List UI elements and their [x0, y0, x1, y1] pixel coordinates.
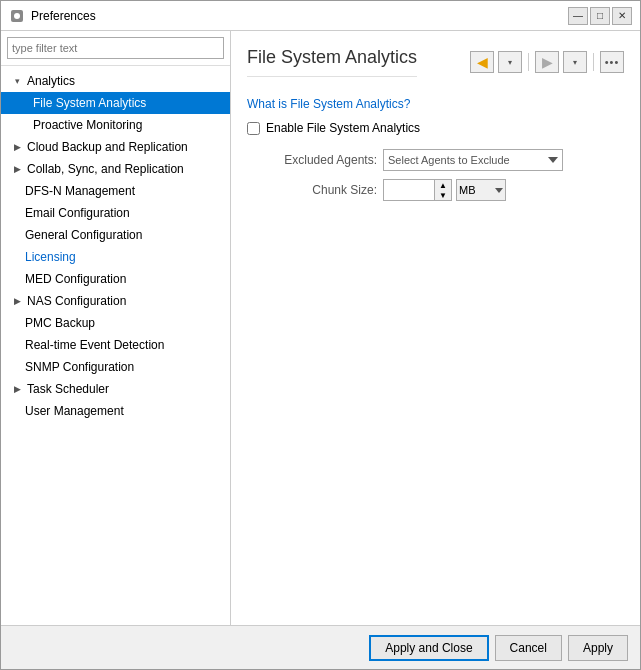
sidebar-item-email-label: Email Configuration: [25, 206, 130, 220]
toolbar-sep: [528, 53, 529, 71]
more-icon: •••: [605, 56, 620, 68]
forward-icon: ▶: [542, 54, 553, 70]
spinner-down-button[interactable]: ▼: [435, 190, 451, 200]
sidebar-item-user-management[interactable]: User Management: [1, 400, 230, 422]
tree-container: ▾ Analytics File System Analytics Proact…: [1, 66, 230, 625]
window-controls: — □ ✕: [568, 7, 632, 25]
sidebar-item-collab-label: Collab, Sync, and Replication: [27, 162, 184, 176]
sidebar-item-file-system-analytics[interactable]: File System Analytics: [1, 92, 230, 114]
sidebar-item-realtime-label: Real-time Event Detection: [25, 338, 164, 352]
sidebar-item-collab-sync[interactable]: ▶ Collab, Sync, and Replication: [1, 158, 230, 180]
apply-button[interactable]: Apply: [568, 635, 628, 661]
enable-fsa-checkbox[interactable]: [247, 122, 260, 135]
search-input[interactable]: [7, 37, 224, 59]
sidebar-item-nas-config[interactable]: ▶ NAS Configuration: [1, 290, 230, 312]
minimize-button[interactable]: —: [568, 7, 588, 25]
panel-title: File System Analytics: [247, 47, 417, 77]
sidebar: ▾ Analytics File System Analytics Proact…: [1, 31, 231, 625]
chunk-size-input-wrap: 90 ▲ ▼: [383, 179, 452, 201]
sidebar-item-general-config[interactable]: General Configuration: [1, 224, 230, 246]
main-panel: File System Analytics ◀ ▾ ▶ ▾: [231, 31, 640, 625]
window-icon: [9, 8, 25, 24]
sidebar-item-dfs-n[interactable]: DFS-N Management: [1, 180, 230, 202]
excluded-agents-label: Excluded Agents:: [267, 153, 377, 167]
sidebar-item-cloud-label: Cloud Backup and Replication: [27, 140, 188, 154]
forward-dropdown-button[interactable]: ▾: [563, 51, 587, 73]
spinner-up-button[interactable]: ▲: [435, 180, 451, 190]
sidebar-item-general-label: General Configuration: [25, 228, 142, 242]
spinner-buttons: ▲ ▼: [434, 180, 451, 200]
chunk-size-control: 90 ▲ ▼ MB: [383, 179, 624, 201]
sidebar-item-snmp-label: SNMP Configuration: [25, 360, 134, 374]
forward-button[interactable]: ▶: [535, 51, 559, 73]
sidebar-item-proactive-monitoring[interactable]: Proactive Monitoring: [1, 114, 230, 136]
sidebar-item-dfs-label: DFS-N Management: [25, 184, 135, 198]
sidebar-item-realtime-event[interactable]: Real-time Event Detection: [1, 334, 230, 356]
apply-close-button[interactable]: Apply and Close: [369, 635, 488, 661]
excluded-agents-select[interactable]: Select Agents to Exclude: [383, 149, 563, 171]
bottom-bar: Apply and Close Cancel Apply: [1, 625, 640, 669]
more-button[interactable]: •••: [600, 51, 624, 73]
enable-checkbox-row: Enable File System Analytics: [247, 121, 624, 135]
sidebar-item-licensing[interactable]: Licensing: [1, 246, 230, 268]
sidebar-item-user-label: User Management: [25, 404, 124, 418]
back-dropdown-button[interactable]: ▾: [498, 51, 522, 73]
sidebar-item-email-config[interactable]: Email Configuration: [1, 202, 230, 224]
sidebar-item-analytics[interactable]: ▾ Analytics: [1, 70, 230, 92]
sidebar-item-analytics-label: Analytics: [27, 74, 75, 88]
sidebar-item-task-scheduler[interactable]: ▶ Task Scheduler: [1, 378, 230, 400]
back-button[interactable]: ◀: [470, 51, 494, 73]
title-bar: Preferences — □ ✕: [1, 1, 640, 31]
chunk-size-input[interactable]: 90: [384, 180, 434, 200]
window-title: Preferences: [31, 9, 568, 23]
sidebar-item-licensing-link[interactable]: Licensing: [25, 250, 76, 264]
collapse-icon-cloud: ▶: [9, 139, 25, 155]
close-button[interactable]: ✕: [612, 7, 632, 25]
back-icon: ◀: [477, 54, 488, 70]
sidebar-item-task-label: Task Scheduler: [27, 382, 109, 396]
sidebar-item-pm-label: Proactive Monitoring: [33, 118, 142, 132]
collapse-icon-task: ▶: [9, 381, 25, 397]
collapse-icon-nas: ▶: [9, 293, 25, 309]
panel-toolbar: ◀ ▾ ▶ ▾ •••: [470, 51, 624, 73]
svg-point-1: [14, 13, 20, 19]
back-dropdown-icon: ▾: [508, 58, 512, 67]
toolbar-sep2: [593, 53, 594, 71]
enable-fsa-label[interactable]: Enable File System Analytics: [266, 121, 420, 135]
chunk-size-label: Chunk Size:: [267, 183, 377, 197]
sidebar-item-pmc-label: PMC Backup: [25, 316, 95, 330]
form-grid: Excluded Agents: Select Agents to Exclud…: [267, 149, 624, 201]
sidebar-item-cloud-backup[interactable]: ▶ Cloud Backup and Replication: [1, 136, 230, 158]
sidebar-item-med-label: MED Configuration: [25, 272, 126, 286]
content-area: ▾ Analytics File System Analytics Proact…: [1, 31, 640, 625]
sidebar-item-nas-label: NAS Configuration: [27, 294, 126, 308]
sidebar-item-med-config[interactable]: MED Configuration: [1, 268, 230, 290]
chunk-size-unit-select[interactable]: MB: [456, 179, 506, 201]
sidebar-item-pmc-backup[interactable]: PMC Backup: [1, 312, 230, 334]
sidebar-item-fsa-label: File System Analytics: [33, 96, 146, 110]
what-is-link[interactable]: What is File System Analytics?: [247, 97, 624, 111]
excluded-agents-control: Select Agents to Exclude: [383, 149, 624, 171]
expand-icon: ▾: [9, 73, 25, 89]
preferences-window: Preferences — □ ✕ ▾ Analytics File Syste…: [0, 0, 641, 670]
cancel-button[interactable]: Cancel: [495, 635, 562, 661]
sidebar-item-snmp-config[interactable]: SNMP Configuration: [1, 356, 230, 378]
maximize-button[interactable]: □: [590, 7, 610, 25]
search-box: [1, 31, 230, 66]
collapse-icon-collab: ▶: [9, 161, 25, 177]
forward-dropdown-icon: ▾: [573, 58, 577, 67]
